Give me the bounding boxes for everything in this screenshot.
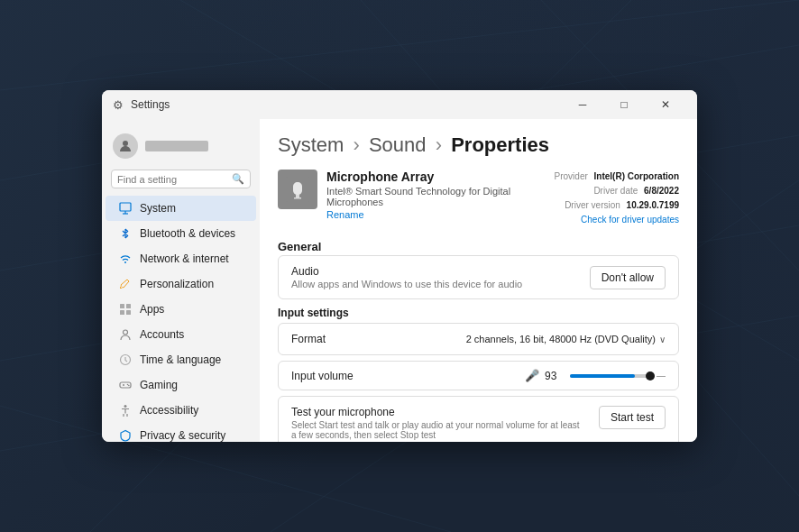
- restore-button[interactable]: □: [603, 90, 645, 119]
- volume-max-icon: —: [657, 371, 666, 381]
- audio-info: Audio Allow apps and Windows to use this…: [291, 265, 522, 289]
- volume-slider-thumb: [646, 371, 655, 381]
- sidebar-item-accounts-label: Accounts: [140, 328, 184, 341]
- audio-label: Audio: [291, 265, 522, 278]
- svg-rect-12: [120, 203, 131, 211]
- svg-rect-30: [294, 197, 301, 199]
- breadcrumb-properties: Properties: [451, 133, 549, 156]
- sidebar-item-system[interactable]: System: [106, 196, 256, 221]
- shield-icon: [118, 428, 133, 442]
- volume-slider-fill: [570, 374, 635, 378]
- settings-icon: ⚙: [113, 98, 124, 112]
- svg-rect-16: [120, 304, 124, 308]
- format-value-container[interactable]: 2 channels, 16 bit, 48000 Hz (DVD Qualit…: [466, 334, 666, 344]
- accessibility-icon: [118, 403, 133, 417]
- start-test-button[interactable]: Start test: [599, 406, 666, 429]
- svg-point-25: [127, 384, 129, 386]
- device-header: Microphone Array Intel® Smart Sound Tech…: [278, 170, 679, 227]
- breadcrumb: System › Sound › Properties: [278, 133, 679, 157]
- svg-rect-18: [120, 310, 124, 315]
- driver-version-row: Driver version 10.29.0.7199: [555, 198, 679, 213]
- format-value-text: 2 channels, 16 bit, 48000 Hz (DVD Qualit…: [466, 334, 656, 344]
- provider-value: Intel(R) Corporation: [594, 171, 679, 181]
- driver-date-row: Driver date 6/8/2022: [555, 184, 679, 198]
- device-driver-info: Provider Intel(R) Corporation Driver dat…: [555, 170, 679, 227]
- sidebar-item-bluetooth-label: Bluetooth & devices: [140, 227, 235, 240]
- microphone-icon: 🎤: [525, 369, 539, 382]
- device-subtitle: Intel® Smart Sound Technology for Digita…: [326, 186, 555, 207]
- titlebar-left: ⚙ Settings: [113, 98, 170, 112]
- device-icon: [278, 170, 317, 209]
- check-driver-updates-link[interactable]: Check for driver updates: [555, 213, 679, 227]
- sidebar-item-gaming[interactable]: Gaming: [106, 372, 256, 398]
- audio-subtitle: Allow apps and Windows to use this devic…: [291, 279, 522, 289]
- sidebar-item-apps-label: Apps: [140, 303, 164, 316]
- audio-row: Audio Allow apps and Windows to use this…: [279, 256, 678, 298]
- sidebar-item-bluetooth[interactable]: Bluetooth & devices: [106, 221, 256, 246]
- device-rename-link[interactable]: Rename: [326, 209, 555, 220]
- username-block: [145, 141, 208, 151]
- sidebar-item-accessibility-label: Accessibility: [140, 404, 198, 417]
- user-section: [102, 126, 260, 170]
- device-info: Microphone Array Intel® Smart Sound Tech…: [326, 170, 555, 220]
- svg-point-11: [123, 141, 128, 146]
- breadcrumb-system: System: [278, 133, 344, 156]
- svg-rect-17: [126, 304, 131, 308]
- sidebar-item-personalization-label: Personalization: [140, 278, 214, 290]
- svg-line-0: [0, 0, 799, 90]
- device-name: Microphone Array: [326, 170, 555, 184]
- window-title: Settings: [131, 98, 170, 111]
- svg-rect-19: [126, 310, 131, 315]
- breadcrumb-sep-1: ›: [353, 133, 364, 156]
- apps-icon: [118, 302, 133, 316]
- sidebar: 🔍 System Bluet: [102, 119, 260, 442]
- dont-allow-button[interactable]: Don't allow: [590, 266, 666, 289]
- sidebar-item-network-label: Network & internet: [140, 252, 229, 265]
- svg-point-27: [124, 405, 127, 408]
- sidebar-item-accounts[interactable]: Accounts: [106, 322, 256, 347]
- avatar: [113, 133, 138, 159]
- sidebar-item-gaming-label: Gaming: [140, 379, 178, 391]
- audio-card: Audio Allow apps and Windows to use this…: [278, 255, 679, 299]
- sidebar-item-time[interactable]: Time & language: [106, 347, 256, 372]
- sidebar-item-personalization[interactable]: Personalization: [106, 271, 256, 297]
- input-settings-title: Input settings: [278, 307, 679, 319]
- sidebar-item-privacy[interactable]: Privacy & security: [106, 423, 256, 442]
- monitor-icon: [118, 201, 133, 216]
- sidebar-item-accessibility[interactable]: Accessibility: [106, 398, 256, 423]
- person-icon: [118, 327, 133, 342]
- svg-point-26: [128, 385, 130, 387]
- volume-slider[interactable]: [570, 374, 651, 378]
- test-subtitle: Select Start test and talk or play audio…: [291, 420, 580, 440]
- close-button[interactable]: ✕: [645, 90, 686, 119]
- wifi-icon: [118, 252, 133, 266]
- sidebar-item-apps[interactable]: Apps: [106, 297, 256, 322]
- driver-version-label: Driver version: [565, 200, 620, 210]
- titlebar: ⚙ Settings ─ □ ✕: [102, 90, 697, 119]
- volume-controls: 🎤 93 —: [525, 369, 666, 382]
- volume-label: Input volume: [291, 370, 354, 382]
- settings-window: ⚙ Settings ─ □ ✕ 🔍: [102, 90, 697, 442]
- svg-point-15: [124, 261, 126, 263]
- driver-date-label: Driver date: [593, 186, 638, 196]
- format-row: Format 2 channels, 16 bit, 48000 Hz (DVD…: [278, 323, 679, 355]
- search-box[interactable]: 🔍: [111, 170, 251, 188]
- sidebar-item-time-label: Time & language: [140, 353, 221, 366]
- provider-row: Provider Intel(R) Corporation: [555, 170, 679, 184]
- driver-version-value: 10.29.0.7199: [627, 200, 679, 210]
- main-content: System › Sound › Properties Mic: [260, 119, 697, 442]
- format-label: Format: [291, 333, 326, 345]
- volume-value: 93: [545, 370, 565, 382]
- gaming-icon: [118, 378, 133, 392]
- minimize-button[interactable]: ─: [562, 90, 603, 119]
- general-section-title: General: [278, 240, 679, 253]
- breadcrumb-sep-2: ›: [436, 133, 447, 156]
- sidebar-item-network[interactable]: Network & internet: [106, 246, 256, 271]
- chevron-down-icon: ∨: [659, 335, 666, 344]
- sidebar-item-system-label: System: [140, 202, 176, 215]
- search-input[interactable]: [117, 174, 232, 185]
- svg-rect-29: [296, 195, 299, 197]
- titlebar-controls: ─ □ ✕: [562, 90, 686, 119]
- search-icon: 🔍: [232, 173, 244, 185]
- clock-icon: [118, 353, 133, 367]
